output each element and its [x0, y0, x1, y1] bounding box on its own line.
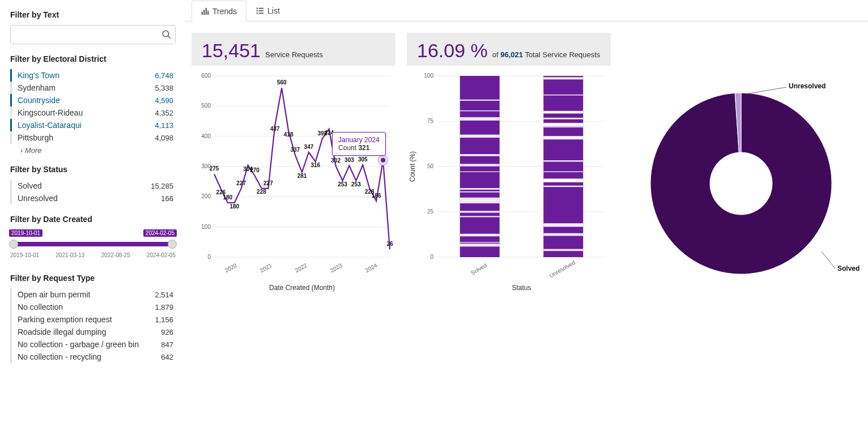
facet-item[interactable]: Kingscourt-Rideau4,352 [12, 106, 176, 119]
main-content: Trends List 15,451 Service Requests 16.0… [184, 0, 868, 383]
facet-label: Solved [18, 181, 42, 190]
facet-label: Kingscourt-Rideau [18, 108, 83, 117]
donut-chart[interactable]: UnresolvedSolved [622, 70, 860, 297]
facet-item[interactable]: Unresolved166 [12, 192, 176, 204]
svg-rect-111 [543, 186, 583, 187]
facet-label: Parking exemption request [18, 315, 112, 324]
svg-text:180: 180 [223, 194, 233, 201]
search-input[interactable] [11, 25, 175, 44]
filter-request-type-section: Filter by Request Type Open air burn per… [10, 274, 176, 363]
svg-rect-4 [206, 8, 207, 15]
svg-text:Date Created (Month): Date Created (Month) [269, 284, 335, 292]
facet-label: Pittsburgh [18, 133, 53, 142]
svg-text:418: 418 [284, 131, 293, 138]
svg-rect-80 [460, 164, 500, 166]
svg-rect-110 [543, 225, 583, 227]
slider-handle-start[interactable] [9, 240, 18, 249]
slider-track[interactable] [12, 242, 173, 246]
svg-text:227: 227 [236, 180, 246, 186]
svg-text:100: 100 [424, 72, 433, 79]
svg-text:0: 0 [207, 254, 211, 260]
svg-rect-107 [543, 233, 583, 236]
svg-text:316: 316 [311, 162, 321, 168]
facet-label: Open air burn permit [18, 290, 90, 299]
date-end-tag: 2024-02-05 [143, 229, 177, 237]
filter-text-search[interactable] [10, 25, 176, 44]
svg-line-1 [168, 36, 171, 39]
svg-text:2022: 2022 [294, 262, 308, 274]
facet-count: 1,879 [155, 303, 173, 312]
svg-rect-96 [543, 137, 583, 139]
district-list: King's Town6,748Sydenham5,338Countryside… [10, 69, 176, 144]
svg-point-53 [381, 158, 385, 163]
facet-item[interactable]: Open air burn permit2,514 [12, 288, 176, 301]
facet-item[interactable]: No collection - recycling642 [12, 351, 176, 363]
facet-item[interactable]: Roadside illegal dumping926 [12, 326, 176, 338]
svg-text:Count (%): Count (%) [409, 151, 416, 182]
facet-label: Unresolved [18, 194, 58, 203]
svg-text:302: 302 [331, 157, 341, 164]
svg-rect-9 [258, 10, 263, 11]
facet-label: Loyalist-Cataraqui [18, 121, 82, 130]
facet-item[interactable]: Loyalist-Cataraqui4,113 [12, 119, 176, 131]
more-districts-link[interactable]: More [10, 144, 176, 155]
tab-trends[interactable]: Trends [192, 1, 246, 22]
line-chart-svg: 0100200300400500600275226180180227304270… [192, 70, 395, 297]
request-type-list: Open air burn permit2,514No collection1,… [10, 288, 176, 363]
svg-rect-82 [460, 189, 500, 190]
date-range-slider[interactable]: 2019-10-01 2024-02-05 2019-10-012021-03-… [10, 229, 176, 263]
kpi-total-label: Service Requests [265, 50, 323, 59]
facet-count: 15,285 [151, 182, 173, 190]
svg-rect-113 [543, 172, 583, 173]
facet-item[interactable]: Parking exemption request1,156 [12, 313, 176, 326]
svg-text:305: 305 [358, 156, 368, 163]
svg-text:437: 437 [270, 126, 280, 132]
list-icon [256, 7, 264, 15]
facet-label: No collection [18, 302, 63, 312]
search-icon[interactable] [161, 29, 172, 40]
svg-rect-7 [258, 8, 263, 8]
facet-item[interactable]: No collection1,879 [12, 301, 176, 313]
svg-line-116 [746, 87, 786, 94]
svg-text:2021: 2021 [259, 262, 273, 274]
svg-rect-3 [203, 10, 205, 15]
svg-rect-83 [460, 110, 500, 111]
kpi-pct-label: of 96,021 Total Service Requests [492, 50, 601, 59]
filter-district-section: Filter by Electoral District King's Town… [10, 54, 176, 155]
facet-count: 847 [161, 340, 173, 349]
svg-text:180: 180 [229, 203, 239, 210]
svg-text:26: 26 [386, 241, 393, 247]
svg-rect-81 [460, 117, 500, 121]
svg-rect-85 [460, 198, 500, 201]
bar-chart[interactable]: 0255075100Count (%)SolvedUnresolvedStatu… [407, 70, 611, 297]
kpi-percent: 16.09 % of 96,021 Total Service Requests [407, 33, 611, 66]
svg-text:100: 100 [201, 224, 211, 230]
line-chart[interactable]: 0100200300400500600275226180180227304270… [192, 70, 395, 297]
facet-count: 6,748 [155, 71, 173, 80]
facet-item[interactable]: No collection - garbage / green bin847 [12, 338, 176, 351]
filter-district-heading: Filter by Electoral District [10, 54, 176, 63]
svg-text:275: 275 [210, 165, 219, 172]
facet-item[interactable]: Pittsburgh4,098 [12, 131, 176, 144]
filter-text-heading: Filter by Text [10, 10, 176, 19]
svg-text:2024: 2024 [364, 262, 378, 274]
svg-rect-105 [543, 126, 583, 127]
svg-point-0 [163, 31, 169, 37]
facet-item[interactable]: Countryside4,590 [12, 94, 176, 106]
tab-list-label: List [267, 6, 280, 15]
tab-list[interactable]: List [246, 0, 290, 21]
svg-point-10 [257, 12, 258, 14]
slider-handle-end[interactable] [168, 240, 177, 249]
tab-trends-label: Trends [212, 7, 237, 16]
svg-rect-86 [460, 234, 500, 236]
facet-item[interactable]: Solved15,285 [12, 180, 176, 192]
svg-rect-106 [543, 123, 583, 126]
facet-count: 4,113 [155, 121, 173, 130]
svg-text:337: 337 [291, 147, 300, 153]
svg-text:347: 347 [304, 144, 314, 150]
facet-item[interactable]: King's Town6,748 [12, 69, 176, 82]
facet-item[interactable]: Sydenham5,338 [12, 82, 176, 94]
svg-rect-89 [460, 100, 500, 101]
filter-request-type-heading: Filter by Request Type [10, 274, 176, 283]
svg-rect-112 [543, 160, 583, 162]
